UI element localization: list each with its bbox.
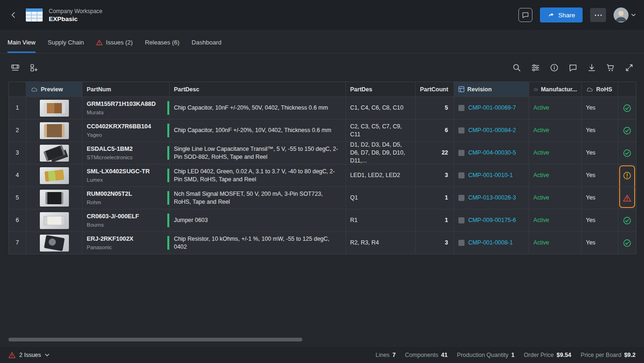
row-status-cell[interactable] xyxy=(618,209,636,231)
header-rohs[interactable]: RoHS xyxy=(582,82,618,96)
part-designators: Q1 xyxy=(346,187,416,209)
part-preview-image[interactable] xyxy=(40,100,69,117)
header-partdes[interactable]: PartDes xyxy=(346,82,416,96)
tab-main-view[interactable]: Main View xyxy=(7,39,36,53)
row-status-cell[interactable] xyxy=(618,97,636,119)
header-partnum[interactable]: PartNum xyxy=(82,82,170,96)
part-count: 6 xyxy=(416,119,454,141)
issues-toggle[interactable]: 2 Issues xyxy=(8,352,49,358)
revision-link[interactable]: CMP-004-00030-5 xyxy=(468,149,516,157)
warning-triangle-icon xyxy=(8,352,15,358)
tab-bar: Main View Supply Chain Issues (2) Releas… xyxy=(0,30,644,53)
table-row[interactable]: 5 RUM002N05T2L Rohm Nch Small Signal MOS… xyxy=(9,186,636,209)
row-index: 7 xyxy=(9,232,26,254)
revision-checkbox[interactable] xyxy=(458,105,464,111)
add-column-button[interactable] xyxy=(28,62,39,73)
top-bar: Company Workspace EXPbasic Share xyxy=(0,0,644,30)
view-config-button[interactable] xyxy=(9,62,21,73)
row-status-cell[interactable] xyxy=(618,142,636,164)
status-bar: 2 Issues Lines 7 Components 41 Productio… xyxy=(0,347,644,363)
part-manufacturer: Lumex xyxy=(87,177,103,184)
part-preview-image[interactable] xyxy=(40,122,69,139)
stat-value: 7 xyxy=(392,352,396,358)
revision-checkbox[interactable] xyxy=(458,127,464,133)
preview-cell xyxy=(26,164,82,186)
table-row[interactable]: 3 ESDALC5-1BM2 STMicroelectronics Single… xyxy=(9,141,636,164)
table-row[interactable]: 4 SML-LX0402SUGC-TR Lumex Chip LED 0402,… xyxy=(9,164,636,186)
part-preview-image[interactable] xyxy=(40,190,69,207)
tab-releases[interactable]: Releases (6) xyxy=(145,39,180,53)
tab-issues[interactable]: Issues (2) xyxy=(96,39,133,53)
header-partdesc[interactable]: PartDesc xyxy=(170,82,346,96)
revision-cell: CMP-001-0008-1 xyxy=(454,232,529,254)
revision-checkbox[interactable] xyxy=(458,172,464,178)
scrollbar-thumb[interactable] xyxy=(8,338,302,341)
info-button[interactable] xyxy=(548,62,560,73)
part-count: 22 xyxy=(416,142,454,164)
revision-link[interactable]: CMP-001-00069-7 xyxy=(468,104,516,112)
toolbar-left xyxy=(9,62,39,73)
revision-cell: CMP-001-00069-7 xyxy=(454,97,529,119)
share-button[interactable]: Share xyxy=(540,7,583,22)
fullscreen-button[interactable] xyxy=(623,62,635,73)
search-button[interactable] xyxy=(511,62,522,73)
comment-button[interactable] xyxy=(567,62,578,73)
workspace-name: Company Workspace xyxy=(49,8,103,15)
revision-link[interactable]: CMP-009-00175-6 xyxy=(468,216,516,224)
download-button[interactable] xyxy=(586,62,597,73)
filter-button[interactable] xyxy=(530,62,541,73)
part-preview-image[interactable] xyxy=(40,235,69,252)
rohs-value: Yes xyxy=(582,142,618,164)
revision-checkbox[interactable] xyxy=(458,150,464,156)
share-icon xyxy=(547,12,554,19)
cart-button[interactable] xyxy=(605,62,616,73)
table-row[interactable]: 1 GRM155R71H103KA88D Murata Chip Capacit… xyxy=(9,96,636,119)
row-status-cell[interactable] xyxy=(618,232,636,254)
lifecycle-state: Active xyxy=(529,187,582,209)
comment-icon xyxy=(569,63,577,72)
tab-supply-chain[interactable]: Supply Chain xyxy=(48,39,84,53)
part-count: 1 xyxy=(416,187,454,209)
table-row[interactable]: 6 CR0603-J/-000ELF Bourns Jumper 0603 R1… xyxy=(9,209,636,231)
cloud-icon xyxy=(533,87,538,92)
tab-dashboard[interactable]: Dashboard xyxy=(192,39,222,53)
stat-value: $9.54 xyxy=(557,352,571,358)
part-preview-image[interactable] xyxy=(40,212,69,229)
part-manufacturer: Panasonic xyxy=(87,244,112,252)
more-button[interactable] xyxy=(590,8,606,22)
revision-link[interactable]: CMP-001-0010-1 xyxy=(468,171,513,179)
chevron-left-icon xyxy=(9,11,18,19)
bom-table: Preview PartNum PartDesc PartDes PartCou… xyxy=(8,81,637,254)
part-number: RUM002N05T2L xyxy=(87,190,132,198)
user-menu[interactable] xyxy=(614,7,636,22)
part-designators: C1, C4, C6, C8, C10 xyxy=(346,97,416,119)
revision-link[interactable]: CMP-001-00084-2 xyxy=(468,126,516,134)
revision-link[interactable]: CMP-013-00026-3 xyxy=(468,194,516,202)
status-stat: Order Price $9.54 xyxy=(524,352,571,358)
table-row[interactable]: 2 CC0402KRX7R6BB104 Yageo Chip Capacitor… xyxy=(9,119,636,141)
row-status-cell[interactable] xyxy=(618,164,636,186)
partnum-cell: CC0402KRX7R6BB104 Yageo xyxy=(82,119,170,141)
revision-cell: CMP-001-0010-1 xyxy=(454,164,529,186)
warning-triangle-icon xyxy=(96,39,103,45)
part-preview-image[interactable] xyxy=(40,145,69,162)
revision-link[interactable]: CMP-001-0008-1 xyxy=(468,239,513,247)
back-button[interactable] xyxy=(8,9,19,21)
part-description: Nch Small Signal MOSFET, 50 V, 200 mA, 3… xyxy=(170,187,346,209)
header-manufacturer[interactable]: Manufactur... xyxy=(529,82,582,96)
row-status-cell[interactable] xyxy=(618,187,636,209)
revision-cell: CMP-004-00030-5 xyxy=(454,142,529,164)
revision-checkbox[interactable] xyxy=(458,217,464,223)
revision-checkbox[interactable] xyxy=(458,240,464,246)
revision-checkbox[interactable] xyxy=(458,195,464,201)
managed-indicator-bar xyxy=(167,236,169,250)
cart-icon xyxy=(606,63,615,72)
comments-button[interactable] xyxy=(518,8,532,22)
table-row[interactable]: 7 ERJ-2RKF1002X Panasonic Chip Resistor,… xyxy=(9,231,636,254)
header-partcount[interactable]: PartCount xyxy=(416,82,454,96)
header-preview[interactable]: Preview xyxy=(26,82,82,96)
part-preview-image[interactable] xyxy=(40,167,69,184)
row-status-cell[interactable] xyxy=(618,119,636,141)
header-revision[interactable]: Revision xyxy=(454,82,529,96)
workspace-logo[interactable] xyxy=(25,8,43,22)
